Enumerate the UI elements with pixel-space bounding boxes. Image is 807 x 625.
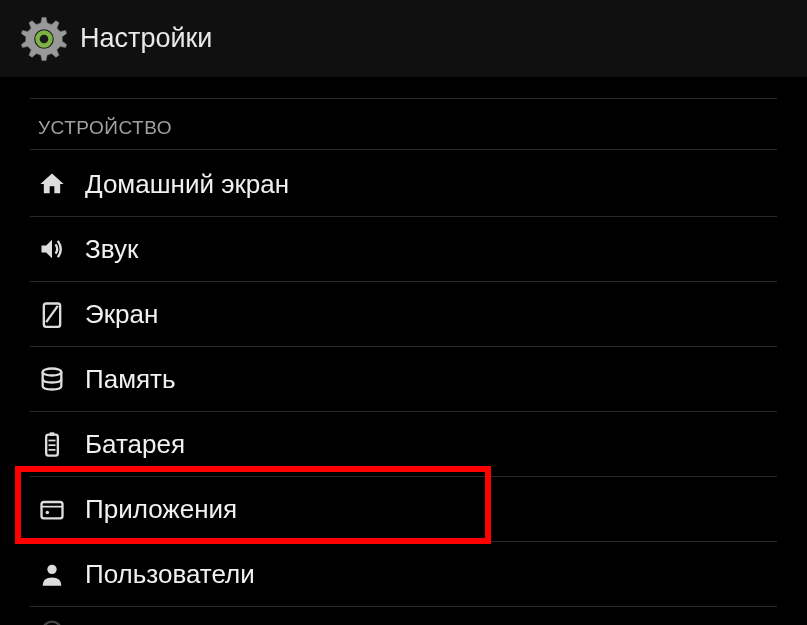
sound-icon [30, 235, 85, 263]
settings-list: УСТРОЙСТВО Домашний экран Звук Экран Пам… [0, 77, 807, 625]
svg-rect-10 [42, 502, 63, 518]
menu-item-battery[interactable]: Батарея [30, 412, 777, 477]
users-icon [30, 560, 85, 588]
home-icon [30, 170, 85, 198]
menu-label: Память [85, 364, 176, 395]
svg-line-3 [46, 306, 58, 322]
header-bar: Настройки [0, 0, 807, 77]
menu-item-users[interactable]: Пользователи [30, 542, 777, 607]
settings-icon [16, 11, 72, 67]
svg-point-4 [43, 369, 62, 376]
menu-label: Звук [85, 234, 138, 265]
menu-label: Пользователи [85, 559, 255, 590]
apps-icon [30, 495, 85, 523]
svg-rect-6 [50, 432, 55, 436]
partial-previous-item[interactable] [30, 77, 777, 99]
menu-item-home-screen[interactable]: Домашний экран [30, 152, 777, 217]
storage-icon [30, 365, 85, 393]
menu-label: Батарея [85, 429, 185, 460]
menu-item-memory[interactable]: Память [30, 347, 777, 412]
display-icon [30, 300, 85, 328]
menu-label: Приложения [85, 494, 237, 525]
menu-label: Экран [85, 299, 158, 330]
menu-item-apps[interactable]: Приложения [30, 477, 777, 542]
menu-item-display[interactable]: Экран [30, 282, 777, 347]
page-title: Настройки [80, 23, 212, 54]
svg-point-12 [47, 565, 56, 574]
partial-next-item[interactable] [30, 607, 777, 625]
svg-point-11 [46, 511, 50, 515]
menu-item-sound[interactable]: Звук [30, 217, 777, 282]
section-header-device: УСТРОЙСТВО [30, 99, 777, 150]
menu-label: Домашний экран [85, 169, 289, 200]
battery-icon [30, 430, 85, 458]
generic-icon [30, 617, 85, 625]
